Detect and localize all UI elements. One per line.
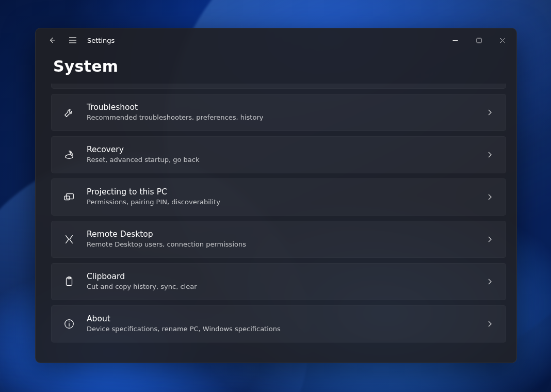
svg-rect-4 [477,38,481,43]
item-title: Remote Desktop [87,230,486,239]
chevron-right-icon [486,278,493,285]
item-about[interactable]: About Device specifications, rename PC, … [51,305,506,342]
titlebar: Settings [36,28,516,52]
svg-point-14 [69,321,69,322]
close-button[interactable] [491,32,514,48]
item-recovery[interactable]: Recovery Reset, advanced startup, go bac… [51,136,506,173]
chevron-right-icon [486,151,493,158]
chevron-right-icon [486,109,493,116]
item-text: Remote Desktop Remote Desktop users, con… [87,230,486,249]
item-title: Recovery [87,145,486,155]
maximize-button[interactable] [467,32,491,48]
item-subtitle: Reset, advanced startup, go back [87,156,486,165]
item-subtitle: Remote Desktop users, connection permiss… [87,240,486,249]
hamburger-icon [69,37,77,44]
item-remote-desktop[interactable]: Remote Desktop Remote Desktop users, con… [51,221,506,258]
item-clipboard[interactable]: Clipboard Cut and copy history, sync, cl… [51,263,506,300]
recovery-icon [62,148,76,162]
list-item-partial[interactable] [51,84,506,89]
wrench-icon [62,105,76,120]
project-icon [62,190,76,204]
page-header: System [36,52,516,84]
page-title: System [53,57,499,75]
minimize-button[interactable] [443,32,467,48]
close-icon [500,38,506,43]
item-troubleshoot[interactable]: Troubleshoot Recommended troubleshooters… [51,94,506,131]
maximize-icon [476,38,482,43]
item-title: About [87,314,486,324]
item-subtitle: Permissions, pairing PIN, discoverabilit… [87,198,486,207]
info-icon [62,317,76,331]
chevron-right-icon [486,193,493,201]
back-button[interactable] [42,30,62,51]
item-title: Troubleshoot [87,103,486,112]
clipboard-icon [62,274,76,289]
remote-desktop-icon [62,232,76,247]
settings-list: Troubleshoot Recommended troubleshooters… [36,84,516,363]
back-arrow-icon [48,36,56,44]
chevron-right-icon [486,236,493,243]
app-title: Settings [87,37,115,44]
item-text: Projecting to this PC Permissions, pairi… [87,187,486,206]
item-title: Projecting to this PC [87,187,486,197]
item-subtitle: Cut and copy history, sync, clear [87,283,486,291]
svg-rect-9 [64,196,70,200]
settings-window: Settings System [35,28,517,363]
item-subtitle: Recommended troubleshooters, preferences… [87,113,486,122]
item-text: Recovery Reset, advanced startup, go bac… [87,145,486,164]
nav-menu-button[interactable] [62,30,83,51]
item-projecting[interactable]: Projecting to this PC Permissions, pairi… [51,178,506,216]
item-text: About Device specifications, rename PC, … [87,314,486,333]
chevron-right-icon [486,320,493,328]
minimize-icon [452,38,458,43]
item-text: Clipboard Cut and copy history, sync, cl… [87,272,486,291]
item-subtitle: Device specifications, rename PC, Window… [87,325,486,334]
item-text: Troubleshoot Recommended troubleshooters… [87,103,486,122]
item-title: Clipboard [87,272,486,282]
